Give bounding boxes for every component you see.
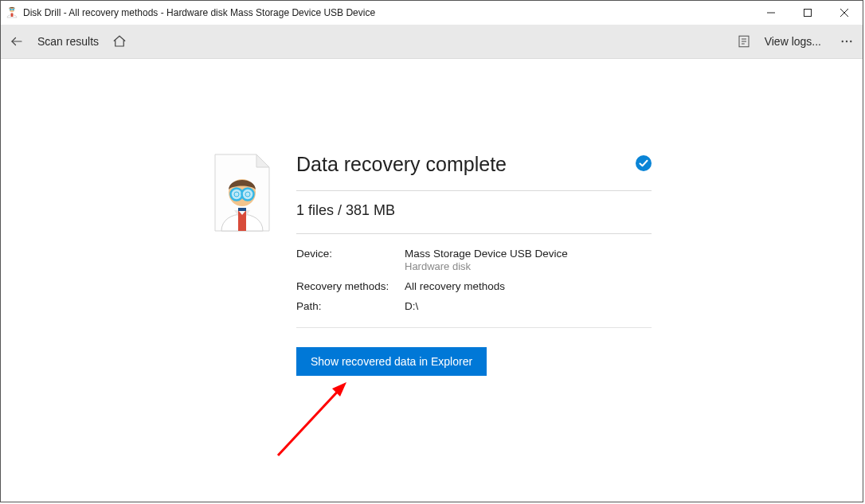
window-title: Disk Drill - All recovery methods - Hard… (23, 7, 375, 18)
toolbar: Scan results View logs... (1, 25, 863, 59)
svg-point-13 (842, 41, 843, 42)
svg-point-22 (242, 189, 254, 201)
scan-results-label[interactable]: Scan results (37, 35, 99, 48)
svg-rect-5 (804, 10, 812, 17)
methods-label: Recovery methods: (296, 280, 405, 292)
device-label: Device: (296, 248, 405, 272)
heading-row: Data recovery complete (296, 153, 652, 191)
content-area: Data recovery complete 1 files / 381 MB … (1, 59, 863, 502)
detail-row-device: Device: Mass Storage Device USB Device H… (296, 244, 652, 276)
success-check-icon (636, 155, 652, 174)
svg-point-15 (850, 41, 851, 42)
result-heading: Data recovery complete (296, 153, 507, 176)
device-value: Mass Storage Device USB Device (405, 248, 568, 260)
svg-rect-26 (238, 208, 246, 211)
methods-value: All recovery methods (405, 280, 505, 292)
detail-row-path: Path: D:\ (296, 296, 652, 316)
titlebar: Disk Drill - All recovery methods - Hard… (1, 1, 863, 25)
svg-point-2 (10, 8, 12, 10)
view-logs-button[interactable]: View logs... (765, 35, 821, 48)
result-summary: 1 files / 381 MB (296, 191, 652, 234)
titlebar-left: Disk Drill - All recovery methods - Hard… (1, 6, 753, 21)
maximize-button[interactable] (789, 1, 826, 25)
close-button[interactable] (826, 1, 863, 25)
svg-marker-17 (256, 154, 269, 167)
log-icon (734, 32, 753, 51)
device-subvalue: Hardware disk (405, 260, 568, 272)
home-button[interactable] (110, 32, 129, 51)
svg-point-3 (12, 8, 14, 10)
minimize-button[interactable] (753, 1, 789, 25)
svg-rect-1 (11, 13, 14, 17)
show-in-explorer-button[interactable]: Show recovered data in Explorer (296, 347, 487, 376)
result-illustration-icon (212, 153, 272, 502)
result-details: Device: Mass Storage Device USB Device H… (296, 234, 652, 328)
svg-point-27 (636, 155, 652, 171)
result-info: Data recovery complete 1 files / 381 MB … (296, 153, 652, 502)
result-panel: Data recovery complete 1 files / 381 MB … (212, 153, 652, 502)
app-icon (6, 6, 18, 21)
window-controls (753, 1, 863, 25)
path-label: Path: (296, 300, 405, 312)
more-menu-button[interactable] (837, 32, 856, 51)
detail-row-methods: Recovery methods: All recovery methods (296, 276, 652, 296)
path-value: D:\ (405, 300, 418, 312)
back-button[interactable] (7, 32, 26, 51)
app-window: Disk Drill - All recovery methods - Hard… (0, 0, 863, 502)
svg-point-14 (846, 41, 847, 42)
